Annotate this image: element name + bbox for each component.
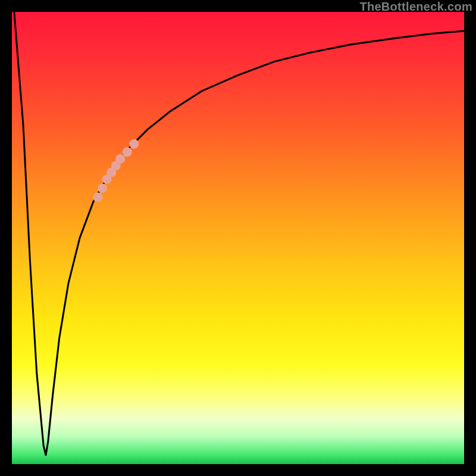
attribution-text: TheBottleneck.com [359, 0, 472, 14]
highlight-dot [98, 183, 107, 193]
plot-area [12, 12, 464, 464]
highlight-dot [93, 193, 102, 202]
highlight-segment [93, 139, 139, 202]
curve-layer [12, 12, 464, 464]
highlight-dot [129, 139, 139, 149]
chart-frame: TheBottleneck.com [0, 0, 476, 476]
bottleneck-curve [14, 12, 464, 455]
highlight-dot [123, 148, 132, 157]
highlight-dot [115, 154, 125, 164]
